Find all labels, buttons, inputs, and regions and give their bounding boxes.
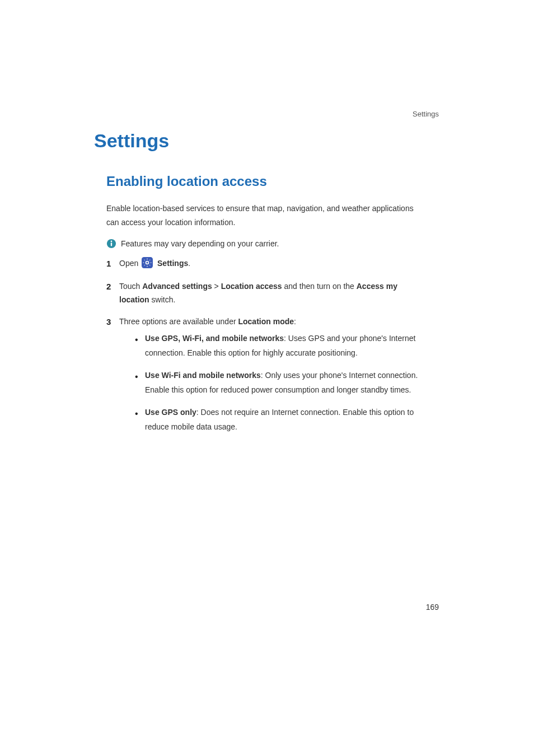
content-body: Enable location-based services to ensure… <box>106 202 420 450</box>
bullet-1-title: Use GPS, Wi-Fi, and mobile networks <box>145 334 284 343</box>
step-3-mode: Location mode <box>238 317 294 326</box>
step-number: 3 <box>106 315 115 442</box>
step-2-mid: and then turn on the <box>282 282 357 291</box>
step-1-app: Settings <box>157 259 188 268</box>
note-row: Features may vary depending on your carr… <box>106 239 420 249</box>
step-2-location-access: Location access <box>221 282 282 291</box>
bullet-list: Use GPS, Wi-Fi, and mobile networks: Use… <box>119 332 420 434</box>
bullet-item: Use GPS, Wi-Fi, and mobile networks: Use… <box>135 332 420 361</box>
step-number: 1 <box>106 256 115 271</box>
step-body: Touch Advanced settings > Location acces… <box>119 279 420 307</box>
section-title: Enabling location access <box>106 174 267 189</box>
step-3-lead: Three options are available under <box>119 317 238 326</box>
info-icon <box>106 239 116 249</box>
step-3-colon: : <box>294 317 296 326</box>
svg-rect-2 <box>111 243 112 246</box>
step-2-touch: Touch <box>119 282 142 291</box>
header-section-label: Settings <box>413 110 439 118</box>
bullet-2-title: Use Wi-Fi and mobile networks <box>145 371 261 380</box>
step-body: Three options are available under Locati… <box>119 315 420 442</box>
step-1-period: . <box>188 259 190 268</box>
note-text: Features may vary depending on your carr… <box>121 239 279 248</box>
chapter-title: Settings <box>94 130 169 152</box>
step-number: 2 <box>106 279 115 307</box>
step-body: Open Settings. <box>119 256 420 271</box>
bullet-item: Use GPS only: Does not require an Intern… <box>135 405 420 435</box>
step-1-open: Open <box>119 259 138 268</box>
settings-app-icon <box>142 257 153 268</box>
step-3: 3 Three options are available under Loca… <box>106 315 420 442</box>
bullet-3-title: Use GPS only <box>145 408 196 417</box>
svg-point-1 <box>111 241 113 242</box>
step-1: 1 Open Settings. <box>106 256 420 271</box>
page-number: 169 <box>426 603 439 612</box>
bullet-item: Use Wi-Fi and mobile networks: Only uses… <box>135 368 420 398</box>
intro-paragraph: Enable location-based services to ensure… <box>106 202 420 230</box>
step-2: 2 Touch Advanced settings > Location acc… <box>106 279 420 307</box>
step-2-sep: > <box>212 282 221 291</box>
step-2-tail: switch. <box>149 295 176 304</box>
step-2-advanced: Advanced settings <box>142 282 212 291</box>
